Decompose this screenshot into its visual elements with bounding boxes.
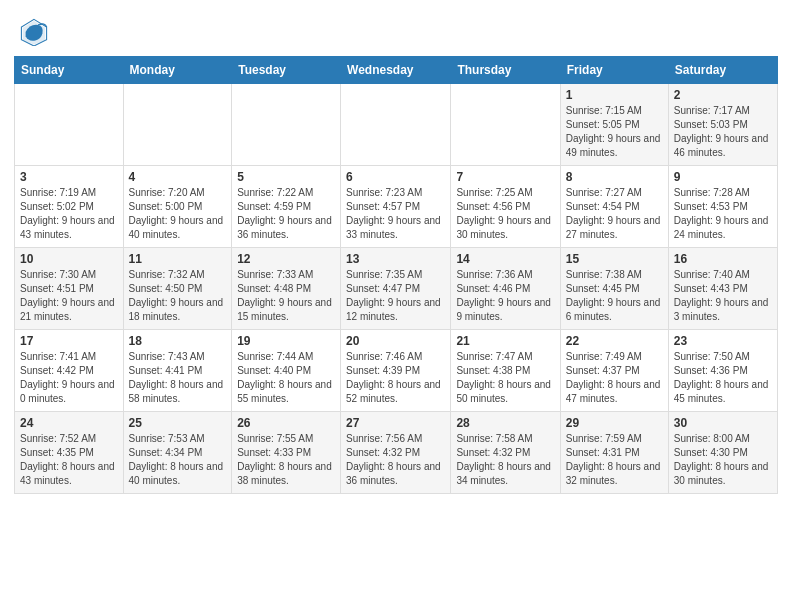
calendar-header-row: SundayMondayTuesdayWednesdayThursdayFrid… (15, 57, 778, 84)
page-container: SundayMondayTuesdayWednesdayThursdayFrid… (0, 0, 792, 504)
calendar-week-1: 1Sunrise: 7:15 AM Sunset: 5:05 PM Daylig… (15, 84, 778, 166)
calendar-cell: 27Sunrise: 7:56 AM Sunset: 4:32 PM Dayli… (341, 412, 451, 494)
day-info: Sunrise: 7:17 AM Sunset: 5:03 PM Dayligh… (674, 104, 772, 160)
day-number: 16 (674, 252, 772, 266)
day-number: 21 (456, 334, 554, 348)
day-number: 2 (674, 88, 772, 102)
calendar-week-5: 24Sunrise: 7:52 AM Sunset: 4:35 PM Dayli… (15, 412, 778, 494)
calendar-cell: 12Sunrise: 7:33 AM Sunset: 4:48 PM Dayli… (232, 248, 341, 330)
day-number: 10 (20, 252, 118, 266)
day-number: 26 (237, 416, 335, 430)
day-number: 19 (237, 334, 335, 348)
calendar-cell: 9Sunrise: 7:28 AM Sunset: 4:53 PM Daylig… (668, 166, 777, 248)
calendar-cell (341, 84, 451, 166)
day-number: 18 (129, 334, 227, 348)
day-number: 1 (566, 88, 663, 102)
day-info: Sunrise: 7:38 AM Sunset: 4:45 PM Dayligh… (566, 268, 663, 324)
calendar-cell (232, 84, 341, 166)
calendar-week-4: 17Sunrise: 7:41 AM Sunset: 4:42 PM Dayli… (15, 330, 778, 412)
day-number: 7 (456, 170, 554, 184)
day-info: Sunrise: 7:36 AM Sunset: 4:46 PM Dayligh… (456, 268, 554, 324)
day-info: Sunrise: 7:20 AM Sunset: 5:00 PM Dayligh… (129, 186, 227, 242)
calendar-cell: 20Sunrise: 7:46 AM Sunset: 4:39 PM Dayli… (341, 330, 451, 412)
day-number: 30 (674, 416, 772, 430)
day-info: Sunrise: 8:00 AM Sunset: 4:30 PM Dayligh… (674, 432, 772, 488)
header (0, 0, 792, 56)
calendar-cell: 30Sunrise: 8:00 AM Sunset: 4:30 PM Dayli… (668, 412, 777, 494)
day-number: 9 (674, 170, 772, 184)
calendar-cell: 21Sunrise: 7:47 AM Sunset: 4:38 PM Dayli… (451, 330, 560, 412)
day-info: Sunrise: 7:52 AM Sunset: 4:35 PM Dayligh… (20, 432, 118, 488)
day-number: 13 (346, 252, 445, 266)
day-info: Sunrise: 7:56 AM Sunset: 4:32 PM Dayligh… (346, 432, 445, 488)
calendar-cell: 22Sunrise: 7:49 AM Sunset: 4:37 PM Dayli… (560, 330, 668, 412)
day-info: Sunrise: 7:22 AM Sunset: 4:59 PM Dayligh… (237, 186, 335, 242)
calendar-cell (15, 84, 124, 166)
day-number: 11 (129, 252, 227, 266)
day-number: 29 (566, 416, 663, 430)
calendar-cell: 16Sunrise: 7:40 AM Sunset: 4:43 PM Dayli… (668, 248, 777, 330)
day-info: Sunrise: 7:55 AM Sunset: 4:33 PM Dayligh… (237, 432, 335, 488)
day-header-wednesday: Wednesday (341, 57, 451, 84)
day-info: Sunrise: 7:35 AM Sunset: 4:47 PM Dayligh… (346, 268, 445, 324)
calendar-cell: 23Sunrise: 7:50 AM Sunset: 4:36 PM Dayli… (668, 330, 777, 412)
calendar-cell (451, 84, 560, 166)
calendar-cell: 2Sunrise: 7:17 AM Sunset: 5:03 PM Daylig… (668, 84, 777, 166)
calendar-cell: 13Sunrise: 7:35 AM Sunset: 4:47 PM Dayli… (341, 248, 451, 330)
day-info: Sunrise: 7:40 AM Sunset: 4:43 PM Dayligh… (674, 268, 772, 324)
day-info: Sunrise: 7:44 AM Sunset: 4:40 PM Dayligh… (237, 350, 335, 406)
day-info: Sunrise: 7:15 AM Sunset: 5:05 PM Dayligh… (566, 104, 663, 160)
day-number: 20 (346, 334, 445, 348)
day-info: Sunrise: 7:59 AM Sunset: 4:31 PM Dayligh… (566, 432, 663, 488)
day-number: 22 (566, 334, 663, 348)
day-info: Sunrise: 7:30 AM Sunset: 4:51 PM Dayligh… (20, 268, 118, 324)
day-number: 15 (566, 252, 663, 266)
day-info: Sunrise: 7:46 AM Sunset: 4:39 PM Dayligh… (346, 350, 445, 406)
calendar-cell: 3Sunrise: 7:19 AM Sunset: 5:02 PM Daylig… (15, 166, 124, 248)
day-info: Sunrise: 7:53 AM Sunset: 4:34 PM Dayligh… (129, 432, 227, 488)
day-info: Sunrise: 7:49 AM Sunset: 4:37 PM Dayligh… (566, 350, 663, 406)
calendar-cell: 25Sunrise: 7:53 AM Sunset: 4:34 PM Dayli… (123, 412, 232, 494)
calendar-week-3: 10Sunrise: 7:30 AM Sunset: 4:51 PM Dayli… (15, 248, 778, 330)
calendar-cell: 19Sunrise: 7:44 AM Sunset: 4:40 PM Dayli… (232, 330, 341, 412)
calendar-cell: 8Sunrise: 7:27 AM Sunset: 4:54 PM Daylig… (560, 166, 668, 248)
calendar-cell: 4Sunrise: 7:20 AM Sunset: 5:00 PM Daylig… (123, 166, 232, 248)
day-info: Sunrise: 7:47 AM Sunset: 4:38 PM Dayligh… (456, 350, 554, 406)
calendar-cell: 15Sunrise: 7:38 AM Sunset: 4:45 PM Dayli… (560, 248, 668, 330)
day-header-thursday: Thursday (451, 57, 560, 84)
day-number: 27 (346, 416, 445, 430)
day-info: Sunrise: 7:27 AM Sunset: 4:54 PM Dayligh… (566, 186, 663, 242)
day-number: 17 (20, 334, 118, 348)
calendar-cell: 28Sunrise: 7:58 AM Sunset: 4:32 PM Dayli… (451, 412, 560, 494)
day-info: Sunrise: 7:58 AM Sunset: 4:32 PM Dayligh… (456, 432, 554, 488)
day-header-saturday: Saturday (668, 57, 777, 84)
day-info: Sunrise: 7:23 AM Sunset: 4:57 PM Dayligh… (346, 186, 445, 242)
calendar-cell: 14Sunrise: 7:36 AM Sunset: 4:46 PM Dayli… (451, 248, 560, 330)
day-number: 14 (456, 252, 554, 266)
day-number: 28 (456, 416, 554, 430)
calendar-cell: 5Sunrise: 7:22 AM Sunset: 4:59 PM Daylig… (232, 166, 341, 248)
logo-icon (20, 18, 48, 46)
day-number: 4 (129, 170, 227, 184)
day-number: 5 (237, 170, 335, 184)
day-number: 23 (674, 334, 772, 348)
calendar: SundayMondayTuesdayWednesdayThursdayFrid… (0, 56, 792, 504)
day-info: Sunrise: 7:28 AM Sunset: 4:53 PM Dayligh… (674, 186, 772, 242)
day-info: Sunrise: 7:19 AM Sunset: 5:02 PM Dayligh… (20, 186, 118, 242)
day-header-sunday: Sunday (15, 57, 124, 84)
calendar-cell: 11Sunrise: 7:32 AM Sunset: 4:50 PM Dayli… (123, 248, 232, 330)
day-header-friday: Friday (560, 57, 668, 84)
calendar-cell: 17Sunrise: 7:41 AM Sunset: 4:42 PM Dayli… (15, 330, 124, 412)
calendar-cell: 10Sunrise: 7:30 AM Sunset: 4:51 PM Dayli… (15, 248, 124, 330)
calendar-cell: 6Sunrise: 7:23 AM Sunset: 4:57 PM Daylig… (341, 166, 451, 248)
day-info: Sunrise: 7:41 AM Sunset: 4:42 PM Dayligh… (20, 350, 118, 406)
day-info: Sunrise: 7:33 AM Sunset: 4:48 PM Dayligh… (237, 268, 335, 324)
day-number: 24 (20, 416, 118, 430)
logo (20, 18, 54, 46)
calendar-cell (123, 84, 232, 166)
day-info: Sunrise: 7:32 AM Sunset: 4:50 PM Dayligh… (129, 268, 227, 324)
day-number: 12 (237, 252, 335, 266)
calendar-week-2: 3Sunrise: 7:19 AM Sunset: 5:02 PM Daylig… (15, 166, 778, 248)
day-info: Sunrise: 7:50 AM Sunset: 4:36 PM Dayligh… (674, 350, 772, 406)
day-number: 25 (129, 416, 227, 430)
